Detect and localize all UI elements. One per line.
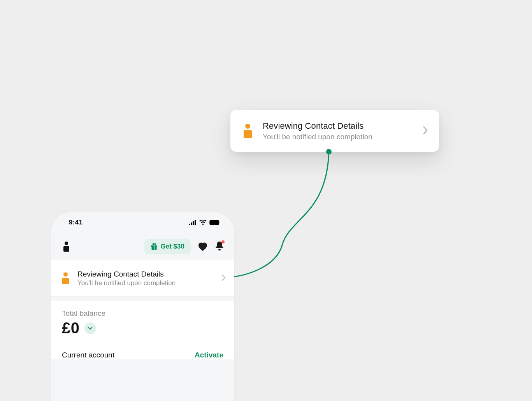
connector-line [224,148,341,284]
phone-frame: 9:41 Get $30 Revie [51,212,234,401]
status-icons [189,220,220,225]
balance-label: Total balance [62,309,223,318]
svg-rect-12 [218,249,221,250]
svg-rect-2 [189,224,190,225]
callout-card[interactable]: Reviewing Contact Details You'll be noti… [230,110,439,152]
person-icon [244,124,252,138]
app-bar: Get $30 [51,233,234,260]
callout-title: Reviewing Contact Details [263,121,412,131]
wifi-icon [199,220,207,225]
notice-texts: Reviewing Contact Details You'll be noti… [77,270,213,287]
balance-section: Total balance £0 [51,301,234,341]
promo-label: Get $30 [161,243,184,250]
notification-dot-icon [221,240,225,243]
callout-subtitle: You'll be notified upon completion [263,133,412,141]
battery-icon [209,220,220,225]
svg-rect-8 [219,222,220,224]
person-icon [62,272,69,284]
svg-rect-5 [195,220,196,225]
chevron-down-icon [88,327,93,330]
activate-button[interactable]: Activate [195,351,223,359]
notice-title: Reviewing Contact Details [77,270,213,278]
chevron-right-icon [221,274,226,283]
balance-expand-button[interactable] [84,322,96,334]
profile-icon[interactable] [63,242,69,252]
svg-rect-3 [191,222,192,225]
account-row: Current account Activate [51,341,234,359]
svg-rect-11 [154,245,155,250]
svg-rect-4 [193,221,194,225]
gift-icon [151,243,158,250]
notice-row[interactable]: Reviewing Contact Details You'll be noti… [51,260,234,297]
chevron-right-icon [423,126,428,136]
status-bar: 9:41 [51,212,234,233]
svg-rect-7 [211,221,218,224]
balance-amount: £0 [62,319,80,337]
heart-icon[interactable] [198,242,208,251]
callout-texts: Reviewing Contact Details You'll be noti… [263,121,412,141]
bell-icon[interactable] [215,241,224,252]
account-name: Current account [62,351,114,359]
notice-subtitle: You'll be notified upon completion [77,279,213,287]
promo-pill[interactable]: Get $30 [144,239,191,254]
status-time: 9:41 [69,219,83,226]
cellular-icon [189,220,197,225]
